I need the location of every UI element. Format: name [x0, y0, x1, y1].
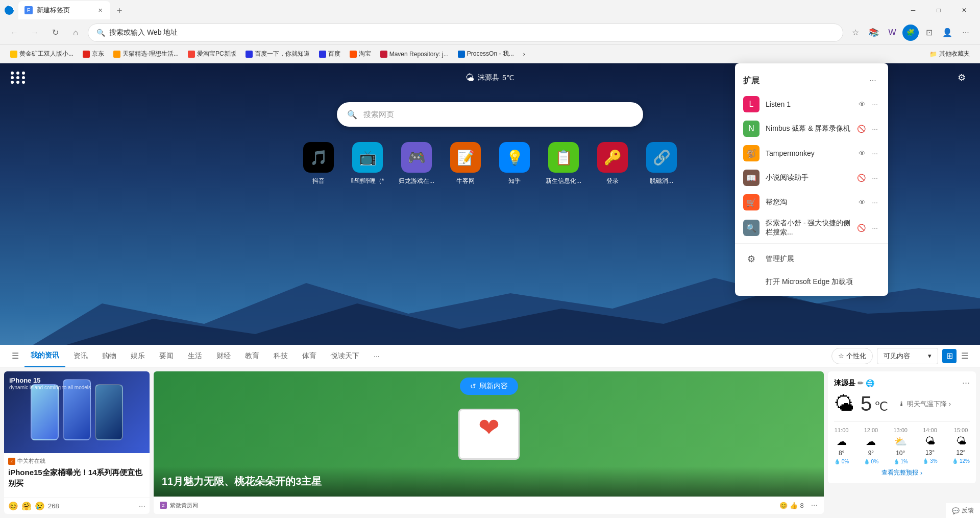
- main-news-title: 11月魅力无限、桃花朵朵开的3主星: [162, 475, 816, 488]
- eye-icon-tampermonkey[interactable]: 👁: [859, 149, 866, 157]
- edit-location-icon[interactable]: ✏: [857, 379, 864, 387]
- favorites-btn[interactable]: ☆: [847, 25, 864, 41]
- quick-icon-zhihu[interactable]: 💡 知乎: [494, 142, 535, 185]
- apps-grid-btn[interactable]: [10, 69, 27, 86]
- news-tab-more[interactable]: ···: [368, 345, 386, 367]
- news-card-iphone-image: iPhone 15 dynamic island coming to all m…: [4, 371, 150, 453]
- eye-slash-icon-reader[interactable]: 🚫: [857, 174, 866, 182]
- news-tab-tech[interactable]: 科技: [267, 345, 294, 367]
- bookmark-processon[interactable]: ProcessOn - 我...: [454, 48, 518, 60]
- feedback-btn[interactable]: 💬 反馈: [946, 503, 980, 518]
- address-bar[interactable]: 🔍 搜索或输入 Web 地址: [88, 23, 843, 42]
- extensions-btn[interactable]: 🧩: [902, 25, 919, 41]
- news-tab-news[interactable]: 资讯: [67, 345, 94, 367]
- main-news-more-btn[interactable]: ···: [811, 501, 818, 510]
- maximize-btn[interactable]: □: [927, 2, 950, 18]
- ext-item-tansuo[interactable]: 🔍 探索者小舒 - 强大快捷的侧栏搜索... 🚫 ···: [735, 215, 888, 241]
- news-tab-sports[interactable]: 体育: [296, 345, 323, 367]
- globe-icon[interactable]: 🌐: [866, 379, 874, 387]
- quick-icon-login[interactable]: 🔑 登录: [592, 142, 633, 185]
- ext-more-reader[interactable]: ···: [870, 173, 880, 183]
- news-card-main[interactable]: ↺ 刷新内容 ❤ 11月魅力无限、桃花朵朵开的3主星 Z: [154, 371, 824, 514]
- newtab-settings-btn[interactable]: ⚙: [953, 69, 970, 86]
- quick-icon-xinsheng[interactable]: 📋 新生信息化...: [543, 142, 584, 185]
- bookmark-baidu2[interactable]: 百度: [315, 48, 345, 60]
- eye-icon-listen1[interactable]: 👁: [859, 100, 866, 108]
- news-tab-important[interactable]: 要闻: [153, 345, 180, 367]
- weather-main-icon: 🌤: [834, 392, 854, 415]
- news-menu-btn[interactable]: ☰: [8, 349, 22, 363]
- ext-item-listen1[interactable]: L Listen 1 👁 ···: [735, 92, 888, 116]
- eye-icon-bangnitao[interactable]: 👁: [859, 198, 866, 206]
- weather-full-forecast-link[interactable]: 查看完整预报 ›: [834, 468, 970, 477]
- new-tab-btn[interactable]: ＋: [112, 3, 127, 17]
- news-tab-entertainment[interactable]: 娱乐: [125, 345, 151, 367]
- refresh-content-btn[interactable]: ↺ 刷新内容: [460, 378, 518, 395]
- eye-slash-icon-tansuo[interactable]: 🚫: [857, 224, 866, 232]
- bookmark-icon-baidu1: [246, 51, 253, 58]
- minimize-btn[interactable]: ─: [901, 2, 925, 18]
- news-tab-finance[interactable]: 财经: [210, 345, 237, 367]
- bookmark-more-arrow[interactable]: ›: [519, 49, 529, 60]
- refresh-btn[interactable]: ↻: [47, 25, 63, 41]
- bookmark-baidu1[interactable]: 百度一下，你就知道: [241, 48, 314, 60]
- ext-item-reader[interactable]: 📖 小说阅读助手 🚫 ···: [735, 166, 888, 190]
- wallet-btn[interactable]: W: [884, 25, 900, 41]
- chevron-right-icon2: ›: [920, 469, 922, 477]
- forecast-temp-1400: 13°: [925, 449, 935, 456]
- news-tab-my-news[interactable]: 我的资讯: [24, 345, 65, 367]
- eye-slash-icon-nimbus[interactable]: 🚫: [857, 125, 866, 133]
- settings-btn[interactable]: ···: [958, 25, 974, 41]
- news-card-iphone[interactable]: iPhone 15 dynamic island coming to all m…: [4, 371, 150, 514]
- news-tab-education[interactable]: 教育: [239, 345, 265, 367]
- tab-close-btn[interactable]: ✕: [96, 6, 104, 14]
- search-box[interactable]: 🔍 搜索网页: [337, 102, 643, 127]
- bookmark-aiyitao[interactable]: 爱淘宝PC新版: [184, 48, 240, 60]
- news-tab-reading[interactable]: 悦读天下: [325, 345, 365, 367]
- ext-item-nimbus[interactable]: N Nimbus 截幕 & 屏幕录像机 🚫 ···: [735, 116, 888, 141]
- content-filter-btn[interactable]: 可见内容 ▾: [877, 348, 938, 364]
- news-tab-life[interactable]: 生活: [182, 345, 208, 367]
- quick-icon-tiktok[interactable]: 🎵 抖音: [298, 142, 339, 185]
- bookmark-label-maven: Maven Repository: j...: [389, 51, 449, 58]
- profile-btn[interactable]: 👤: [939, 25, 955, 41]
- ext-item-tampermonkey[interactable]: 🐒 Tampermonkey 👁 ···: [735, 141, 888, 166]
- ext-more-listen1[interactable]: ···: [870, 99, 880, 109]
- forecast-time-1500: 15:00: [954, 427, 968, 433]
- active-tab[interactable]: E 新建标签页 ✕: [18, 1, 110, 19]
- ext-more-tampermonkey[interactable]: ···: [870, 148, 880, 158]
- back-btn[interactable]: ←: [6, 25, 22, 41]
- grid-view-btn[interactable]: ⊞: [942, 349, 957, 363]
- bookmark-maven[interactable]: Maven Repository: j...: [376, 49, 453, 60]
- ext-more-bangnitao[interactable]: ···: [870, 197, 880, 207]
- bookmark-label-jd: 京东: [92, 50, 104, 58]
- other-bookmarks-btn[interactable]: 📁 其他收藏夹: [925, 48, 974, 60]
- weather-location-row: 涞源县 ✏ 🌐: [834, 379, 874, 388]
- ext-item-bangnitao[interactable]: 🛒 帮您淘 👁 ···: [735, 190, 888, 215]
- open-edge-addons-btn[interactable]: 打开 Microsoft Edge 加载项: [735, 272, 888, 292]
- list-view-btn[interactable]: ☰: [958, 349, 972, 363]
- quick-icon-extra[interactable]: 🔗 脱磁消...: [641, 142, 682, 185]
- bookmark-icon-aiyitao: [188, 51, 195, 58]
- ext-more-nimbus[interactable]: ···: [870, 124, 880, 134]
- bookmark-huangjin[interactable]: 黄金矿工双人版小...: [6, 48, 78, 60]
- collections-btn[interactable]: 📚: [866, 25, 882, 41]
- split-view-btn[interactable]: ⊡: [921, 25, 937, 41]
- thermometer-down-icon: 🌡: [898, 400, 905, 408]
- weather-more-btn[interactable]: ···: [962, 378, 970, 388]
- manage-extensions-btn[interactable]: ⚙ 管理扩展: [735, 246, 888, 272]
- quick-icon-niuke[interactable]: 📝 牛客网: [445, 142, 486, 185]
- close-btn[interactable]: ✕: [952, 2, 976, 18]
- personalize-btn[interactable]: ☆ 个性化: [831, 348, 873, 364]
- ext-more-tansuo[interactable]: ···: [870, 223, 880, 233]
- quick-icon-bilibili[interactable]: 📺 哔哩哔哩（*: [347, 142, 388, 185]
- bookmark-jd[interactable]: 京东: [79, 48, 108, 60]
- forward-btn[interactable]: →: [27, 25, 43, 41]
- bookmark-tianmao[interactable]: 天猫精选-理想生活...: [109, 48, 183, 60]
- ext-panel-more-btn[interactable]: ···: [866, 74, 880, 88]
- bookmark-taobao[interactable]: 淘宝: [346, 48, 375, 60]
- news-card-more-btn[interactable]: ···: [139, 502, 145, 511]
- news-tab-shopping[interactable]: 购物: [96, 345, 122, 367]
- home-btn[interactable]: ⌂: [67, 25, 84, 41]
- quick-icon-game[interactable]: 🎮 归龙游戏在...: [396, 142, 437, 185]
